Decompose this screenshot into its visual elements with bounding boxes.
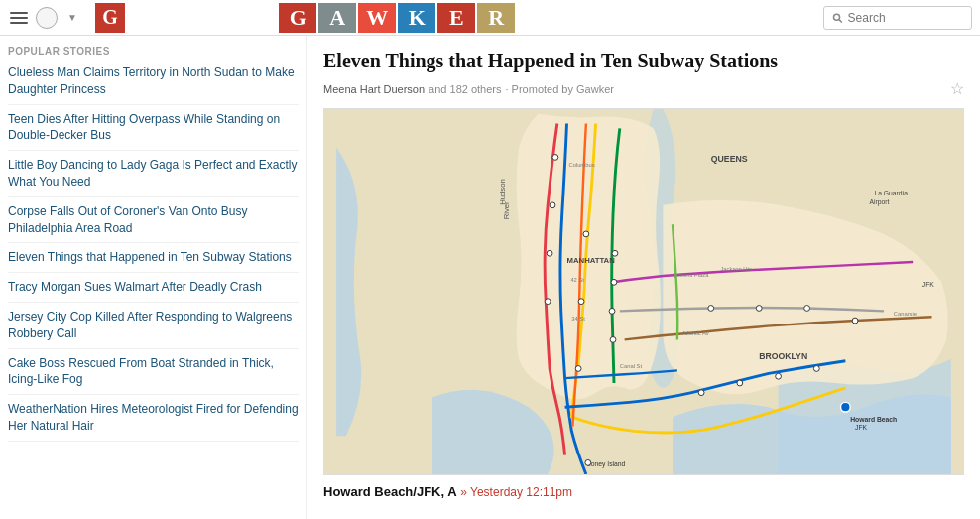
svg-point-19 [756,306,762,312]
svg-text:La Guardia: La Guardia [874,190,908,196]
list-item: Tracy Morgan Sues Walmart After Deadly C… [8,279,299,303]
top-navigation: ▼ G G A W K E R [0,0,980,36]
svg-text:QUEENS: QUEENS [711,154,748,164]
logo-letter-k: K [398,3,435,33]
main-content: POPULAR STORIES Clueless Man Claims Terr… [0,36,980,519]
dropdown-arrow-icon[interactable]: ▼ [67,12,77,23]
svg-point-20 [804,306,810,312]
story-link-0[interactable]: Clueless Man Claims Territory in North S… [8,65,299,98]
svg-point-22 [841,402,851,412]
list-item: Jersey City Cop Killed After Responding … [8,309,299,349]
svg-text:JFK: JFK [922,281,935,288]
svg-text:34 St: 34 St [571,316,585,322]
svg-point-5 [547,250,552,256]
list-item: Eleven Things that Happened in Ten Subwa… [8,249,299,273]
logo-letter-w: W [358,3,396,33]
svg-point-9 [609,308,615,314]
svg-text:JFK: JFK [855,424,868,431]
logo-letter-g: G [279,3,316,33]
svg-point-8 [611,279,617,285]
search-icon [832,12,843,24]
svg-text:Canarsie: Canarsie [894,311,917,317]
article-title: Eleven Things that Happened in Ten Subwa… [323,48,964,73]
article-caption: Howard Beach/JFK, A » Yesterday 12:11pm [323,483,964,501]
svg-point-12 [578,299,584,305]
svg-point-21 [852,318,858,324]
logo-letter-a: A [318,3,356,33]
svg-point-0 [833,14,839,20]
article-promoted: · Promoted by Gawker [506,83,614,95]
list-item: Cake Boss Rescued From Boat Stranded in … [8,355,299,396]
story-link-2[interactable]: Little Boy Dancing to Lady Gaga Is Perfe… [8,157,299,191]
caption-location: Howard Beach/JFK, A [323,484,457,499]
search-box[interactable] [823,6,972,30]
star-icon[interactable]: ☆ [950,79,964,98]
svg-text:River: River [502,201,511,219]
svg-point-14 [698,390,704,396]
story-link-7[interactable]: Cake Boss Rescued From Boat Stranded in … [8,355,299,389]
svg-text:Columbus: Columbus [568,162,594,168]
svg-text:MANHATTAN: MANHATTAN [567,256,616,265]
search-input[interactable] [848,11,963,25]
svg-point-42 [585,459,591,465]
svg-point-4 [550,202,555,208]
gawker-logo: G A W K E R [279,3,515,33]
logo-letter-r: R [477,3,515,33]
svg-text:BROOKLYN: BROOKLYN [759,351,807,361]
story-link-3[interactable]: Corpse Falls Out of Coroner's Van Onto B… [8,203,299,237]
sidebar-title: POPULAR STORIES [8,46,299,57]
list-item: Clueless Man Claims Territory in North S… [8,65,299,105]
caption-time: Yesterday 12:11pm [470,485,572,499]
caption-link[interactable]: » Yesterday 12:11pm [460,485,572,499]
svg-point-18 [708,306,714,312]
svg-point-15 [737,380,743,386]
list-item: WeatherNation Hires Meteorologist Fired … [8,401,299,442]
story-link-4[interactable]: Eleven Things that Happened in Ten Subwa… [8,249,299,266]
svg-text:Howard Beach: Howard Beach [850,416,897,423]
story-link-1[interactable]: Teen Dies After Hitting Overpass While S… [8,111,299,145]
svg-text:Canal St: Canal St [620,363,643,369]
svg-point-6 [545,299,551,305]
svg-point-10 [610,337,616,343]
article-meta: Meena Hart Duerson and 182 others · Prom… [323,79,964,98]
g-logo-icon: G [95,3,125,33]
article-map-image: Hudson River QUEENS MANHATTAN BROOKLYN L… [323,108,964,475]
svg-point-16 [776,373,782,379]
svg-text:Jackson Hts: Jackson Hts [720,266,752,272]
article-area: Eleven Things that Happened in Ten Subwa… [307,36,980,519]
svg-text:Coney Island: Coney Island [586,460,626,468]
article-others: and 182 others [429,83,501,95]
circle-button[interactable] [36,7,58,29]
story-link-8[interactable]: WeatherNation Hires Meteorologist Fired … [8,401,299,435]
svg-point-17 [813,366,819,372]
svg-text:Airport: Airport [870,198,890,206]
article-author: Meena Hart Duerson [323,83,425,95]
svg-point-13 [575,366,581,372]
svg-point-11 [583,231,589,237]
svg-line-1 [839,19,842,22]
article-meta-left: Meena Hart Duerson and 182 others · Prom… [323,83,614,95]
story-link-6[interactable]: Jersey City Cop Killed After Responding … [8,309,299,342]
caption-arrow: » [460,485,467,499]
list-item: Corpse Falls Out of Coroner's Van Onto B… [8,203,299,244]
svg-text:Atlantic Av: Atlantic Av [682,330,709,336]
subway-map-svg: Hudson River QUEENS MANHATTAN BROOKLYN L… [324,109,963,474]
hamburger-menu-icon[interactable] [8,7,30,29]
svg-point-3 [552,155,558,161]
sidebar: POPULAR STORIES Clueless Man Claims Terr… [0,36,307,519]
story-link-5[interactable]: Tracy Morgan Sues Walmart After Deadly C… [8,279,299,296]
svg-text:Hudson: Hudson [498,179,507,205]
svg-text:42 St: 42 St [570,277,584,283]
list-item: Little Boy Dancing to Lady Gaga Is Perfe… [8,157,299,197]
logo-letter-e: E [437,3,475,33]
list-item: Teen Dies After Hitting Overpass While S… [8,111,299,152]
nav-left: ▼ G [8,3,125,33]
svg-text:Queens Plaza: Queens Plaza [673,272,709,278]
